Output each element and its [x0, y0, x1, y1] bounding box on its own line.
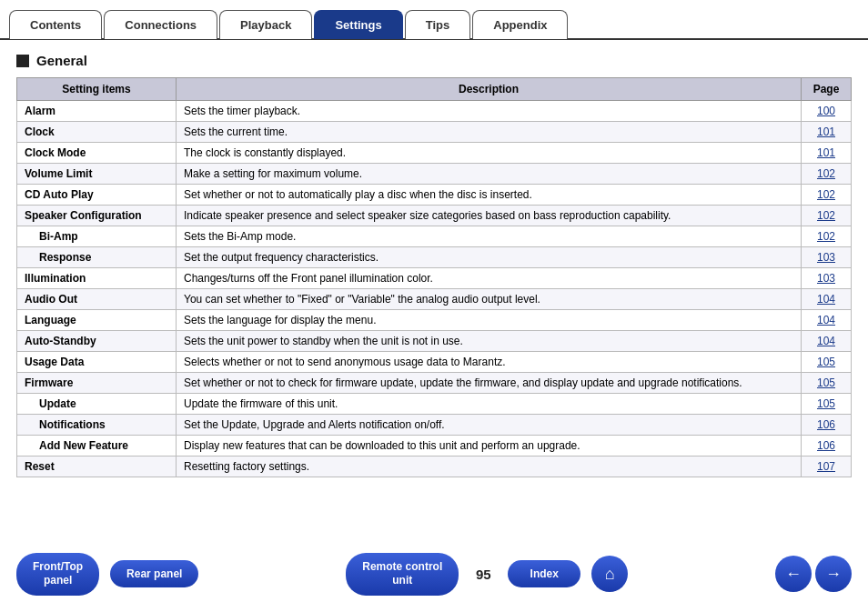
page-cell[interactable]: 107 [802, 456, 852, 477]
col-header-page: Page [802, 78, 852, 101]
page-cell[interactable]: 104 [802, 310, 852, 331]
tab-playback[interactable]: Playback [219, 10, 312, 39]
footer: Front/Top panel Rear panel Remote contro… [0, 553, 868, 596]
home-icon: ⌂ [605, 565, 615, 584]
page-cell[interactable]: 105 [802, 352, 852, 373]
page-cell[interactable]: 106 [802, 436, 852, 456]
page-link[interactable]: 103 [817, 251, 835, 264]
page-cell[interactable]: 105 [802, 373, 852, 394]
page-link[interactable]: 104 [817, 314, 835, 326]
page-cell[interactable]: 106 [802, 415, 852, 436]
desc-cell: Selects whether or not to send anonymous… [177, 352, 802, 373]
setting-cell: Notifications [17, 415, 177, 436]
table-row: Clock ModeThe clock is constantly displa… [17, 143, 852, 164]
desc-cell: Indicate speaker presence and select spe… [177, 206, 802, 226]
desc-cell: Make a setting for maximum volume. [177, 164, 802, 185]
table-header-row: Setting items Description Page [17, 78, 852, 101]
page-cell[interactable]: 105 [802, 394, 852, 415]
home-button[interactable]: ⌂ [591, 556, 628, 592]
section-heading-text: General [36, 53, 87, 68]
page-link[interactable]: 105 [817, 397, 835, 410]
page-link[interactable]: 105 [817, 356, 835, 368]
setting-cell: Auto-Standby [17, 331, 177, 352]
page-link[interactable]: 106 [817, 418, 835, 431]
arrow-buttons: ← → [775, 556, 852, 592]
page-cell[interactable]: 103 [802, 268, 852, 289]
page-link[interactable]: 103 [817, 272, 835, 285]
page-link[interactable]: 101 [817, 146, 835, 159]
page-link[interactable]: 105 [817, 376, 835, 389]
desc-cell: Set the output frequency characteristics… [177, 247, 802, 268]
desc-cell: Set the Update, Upgrade and Alerts notif… [177, 415, 802, 436]
front-top-panel-button[interactable]: Front/Top panel [16, 553, 99, 596]
page-link[interactable]: 100 [817, 105, 835, 117]
col-header-setting: Setting items [17, 78, 177, 101]
table-row: IlluminationChanges/turns off the Front … [17, 268, 852, 289]
page-link[interactable]: 106 [817, 439, 835, 452]
page-cell[interactable]: 102 [802, 226, 852, 247]
tab-settings[interactable]: Settings [314, 10, 402, 39]
page-link[interactable]: 104 [817, 293, 835, 306]
desc-cell: Changes/turns off the Front panel illumi… [177, 268, 802, 289]
setting-cell: Update [17, 394, 177, 415]
desc-cell: Update the firmware of this unit. [177, 394, 802, 415]
page-cell[interactable]: 101 [802, 122, 852, 143]
setting-cell: Volume Limit [17, 164, 177, 185]
next-button[interactable]: → [815, 556, 852, 592]
page-cell[interactable]: 103 [802, 247, 852, 268]
table-row: ClockSets the current time.101 [17, 122, 852, 143]
table-row: Audio OutYou can set whether to "Fixed" … [17, 289, 852, 310]
desc-cell: Set whether or not to automatically play… [177, 185, 802, 206]
col-header-desc: Description [177, 78, 802, 101]
setting-cell: Audio Out [17, 289, 177, 310]
page-number: 95 [469, 567, 497, 582]
tab-contents[interactable]: Contents [9, 10, 102, 39]
page-cell[interactable]: 101 [802, 143, 852, 164]
page-cell[interactable]: 104 [802, 331, 852, 352]
table-row: ResetResetting factory settings.107 [17, 456, 852, 477]
desc-cell: Sets the language for display the menu. [177, 310, 802, 331]
tab-connections[interactable]: Connections [104, 10, 217, 39]
index-button[interactable]: Index [508, 560, 580, 587]
tab-navigation: Contents Connections Playback Settings T… [0, 0, 868, 40]
setting-cell: Clock [17, 122, 177, 143]
table-row: NotificationsSet the Update, Upgrade and… [17, 415, 852, 436]
page-link[interactable]: 102 [817, 167, 835, 180]
page-cell[interactable]: 102 [802, 164, 852, 185]
page-link[interactable]: 104 [817, 335, 835, 347]
page-cell[interactable]: 102 [802, 185, 852, 206]
prev-button[interactable]: ← [775, 556, 812, 592]
page-cell[interactable]: 100 [802, 101, 852, 122]
table-row: LanguageSets the language for display th… [17, 310, 852, 331]
setting-cell: Usage Data [17, 352, 177, 373]
remote-control-button[interactable]: Remote control unit [346, 553, 459, 596]
table-row: FirmwareSet whether or not to check for … [17, 373, 852, 394]
rear-panel-button[interactable]: Rear panel [110, 560, 198, 587]
tab-appendix[interactable]: Appendix [472, 10, 568, 39]
desc-cell: Set whether or not to check for firmware… [177, 373, 802, 394]
page-link[interactable]: 102 [817, 188, 835, 201]
setting-cell: Reset [17, 456, 177, 477]
setting-cell: Bi-Amp [17, 226, 177, 247]
tab-tips[interactable]: Tips [405, 10, 471, 39]
section-heading: General [16, 53, 852, 68]
table-row: UpdateUpdate the firmware of this unit.1… [17, 394, 852, 415]
page-link[interactable]: 102 [817, 209, 835, 222]
desc-cell: Sets the current time. [177, 122, 802, 143]
page-link[interactable]: 107 [817, 460, 835, 473]
desc-cell: Resetting factory settings. [177, 456, 802, 477]
page-cell[interactable]: 104 [802, 289, 852, 310]
table-row: Speaker ConfigurationIndicate speaker pr… [17, 206, 852, 226]
page-link[interactable]: 101 [817, 125, 835, 138]
setting-cell: Language [17, 310, 177, 331]
desc-cell: Sets the Bi-Amp mode. [177, 226, 802, 247]
desc-cell: Display new features that can be downloa… [177, 436, 802, 456]
desc-cell: The clock is constantly displayed. [177, 143, 802, 164]
desc-cell: Sets the timer playback. [177, 101, 802, 122]
arrow-left-icon: ← [785, 565, 802, 584]
setting-cell: Add New Feature [17, 436, 177, 456]
page-link[interactable]: 102 [817, 230, 835, 243]
settings-table: Setting items Description Page AlarmSets… [16, 77, 852, 477]
page-cell[interactable]: 102 [802, 206, 852, 226]
arrow-right-icon: → [825, 565, 842, 584]
